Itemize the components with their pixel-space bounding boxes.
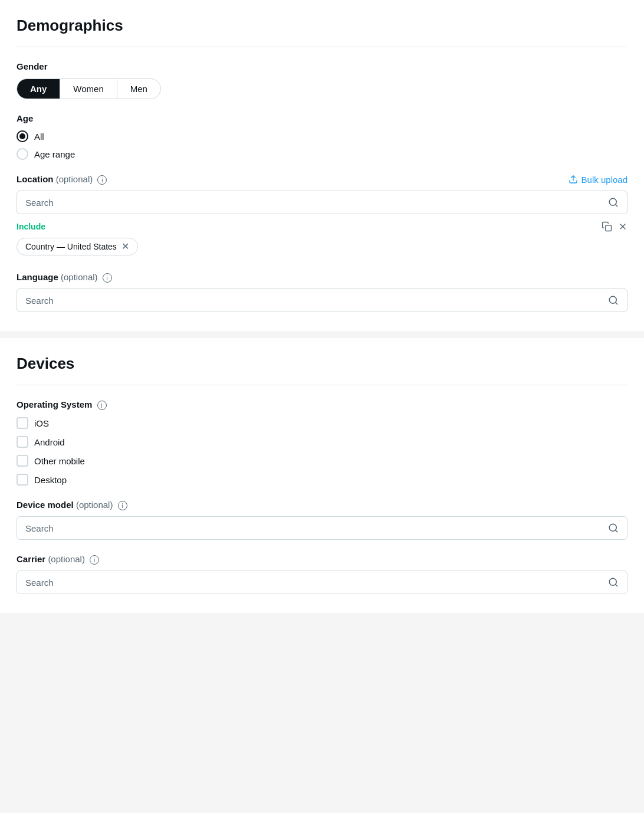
device-model-info-icon[interactable]: i — [118, 501, 127, 510]
gender-men-button[interactable]: Men — [117, 79, 160, 99]
devices-section: Devices Operating System i iOS Android O… — [0, 338, 644, 613]
svg-line-9 — [615, 530, 617, 532]
location-tag: Country — United States ✕ — [17, 238, 138, 255]
location-search-wrapper — [17, 191, 627, 214]
demographics-section: Demographics Gender Any Women Men Age Al… — [0, 0, 644, 331]
os-android-option[interactable]: Android — [17, 436, 627, 448]
copy-icon — [602, 221, 612, 232]
language-search-input[interactable] — [25, 296, 603, 306]
gender-women-button[interactable]: Women — [60, 79, 117, 99]
os-desktop-label: Desktop — [34, 475, 67, 485]
location-search-input[interactable] — [25, 198, 603, 208]
age-all-label: All — [34, 132, 44, 142]
location-label: Location — [17, 174, 54, 184]
age-section: Age All Age range — [17, 113, 627, 160]
device-model-optional: (optional) — [76, 500, 113, 510]
language-info-icon[interactable]: i — [103, 273, 112, 283]
age-label: Age — [17, 113, 627, 123]
location-section: Location (optional) i Bulk upload In — [17, 174, 627, 255]
svg-rect-3 — [606, 225, 612, 231]
carrier-label: Carrier — [17, 554, 45, 564]
demographics-title: Demographics — [17, 17, 627, 35]
divider — [17, 47, 627, 47]
devices-divider — [17, 385, 627, 385]
gender-toggle: Any Women Men — [17, 78, 161, 99]
svg-line-2 — [615, 205, 617, 206]
bulk-upload-button[interactable]: Bulk upload — [569, 175, 627, 185]
gender-label: Gender — [17, 61, 627, 71]
language-section: Language (optional) i — [17, 272, 627, 312]
location-search-icon — [608, 197, 619, 208]
location-info-icon[interactable]: i — [97, 175, 107, 185]
device-model-search-icon — [608, 523, 619, 533]
close-icon — [618, 222, 627, 231]
os-info-icon[interactable]: i — [97, 401, 107, 410]
age-all-option[interactable]: All — [17, 130, 627, 142]
carrier-info-icon[interactable]: i — [90, 555, 99, 565]
carrier-search-input[interactable] — [25, 578, 603, 588]
copy-button[interactable] — [602, 221, 612, 232]
devices-title: Devices — [17, 355, 627, 373]
carrier-section: Carrier (optional) i — [17, 554, 627, 594]
include-label: Include — [17, 222, 45, 231]
device-model-label-wrapper: Device model (optional) i — [17, 500, 627, 510]
device-model-search-wrapper — [17, 516, 627, 540]
os-label: Operating System — [17, 399, 92, 409]
os-section: Operating System i iOS Android Other mob… — [17, 399, 627, 486]
os-android-label: Android — [34, 437, 65, 447]
upload-icon — [569, 175, 578, 184]
location-tag-text: Country — United States — [25, 242, 117, 251]
language-label-wrapper: Language (optional) i — [17, 272, 627, 283]
device-model-search-input[interactable] — [25, 523, 603, 533]
location-header: Location (optional) i Bulk upload — [17, 174, 627, 185]
age-range-option[interactable]: Age range — [17, 148, 627, 160]
os-ios-label: iOS — [34, 418, 49, 428]
device-model-section: Device model (optional) i — [17, 500, 627, 540]
os-desktop-checkbox[interactable] — [17, 474, 28, 486]
language-search-icon — [608, 295, 619, 306]
include-close-button[interactable] — [618, 222, 627, 231]
age-range-radio[interactable] — [17, 148, 28, 160]
svg-line-11 — [615, 585, 617, 586]
location-tag-close[interactable]: ✕ — [121, 242, 129, 251]
bulk-upload-label: Bulk upload — [581, 175, 627, 185]
os-other-mobile-checkbox[interactable] — [17, 455, 28, 467]
language-label: Language — [17, 272, 58, 282]
os-other-mobile-label: Other mobile — [34, 456, 85, 466]
carrier-search-wrapper — [17, 571, 627, 594]
gender-any-button[interactable]: Any — [17, 79, 60, 99]
os-other-mobile-option[interactable]: Other mobile — [17, 455, 627, 467]
language-search-wrapper — [17, 289, 627, 312]
os-desktop-option[interactable]: Desktop — [17, 474, 627, 486]
carrier-label-wrapper: Carrier (optional) i — [17, 554, 627, 565]
carrier-optional: (optional) — [48, 554, 85, 564]
include-actions — [602, 221, 627, 232]
os-android-checkbox[interactable] — [17, 436, 28, 448]
os-label-wrapper: Operating System i — [17, 399, 627, 410]
carrier-search-icon — [608, 577, 619, 588]
location-label-wrapper: Location (optional) i — [17, 174, 107, 185]
include-row: Include — [17, 221, 627, 232]
language-optional: (optional) — [61, 272, 98, 282]
location-optional: (optional) — [56, 174, 93, 184]
age-range-label: Age range — [34, 149, 75, 159]
os-ios-option[interactable]: iOS — [17, 417, 627, 429]
svg-line-7 — [615, 303, 617, 304]
os-ios-checkbox[interactable] — [17, 417, 28, 429]
age-all-radio[interactable] — [17, 130, 28, 142]
device-model-label: Device model — [17, 500, 74, 510]
